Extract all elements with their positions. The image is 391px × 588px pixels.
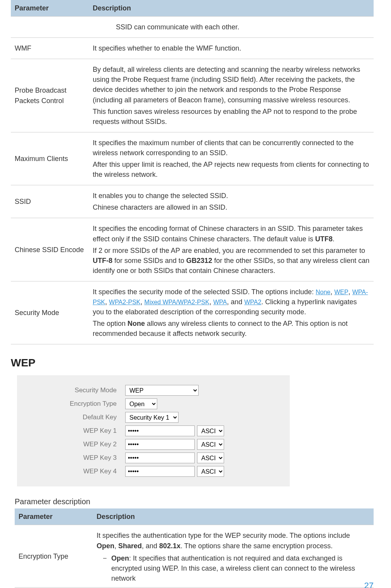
select-wep-key-3-type[interactable]: ASCII <box>197 452 224 463</box>
cell-param <box>11 17 89 38</box>
link-security-mixed[interactable]: Mixed WPA/WPA2-PSK <box>144 299 209 305</box>
input-wep-key-3[interactable] <box>125 452 195 463</box>
table-row: Chinese SSID Encode It specifies the enc… <box>11 218 374 281</box>
th-parameter-2: Parameter <box>15 508 93 525</box>
label-wep-key-2: WEP Key 2 <box>21 441 125 448</box>
cell-desc: It specifies the security mode of the se… <box>89 281 374 344</box>
dash-icon: − <box>103 553 111 563</box>
cell-param: WMF <box>11 38 89 59</box>
label-wep-key-4: WEP Key 4 <box>21 468 125 475</box>
link-security-none[interactable]: None <box>316 289 330 295</box>
cell-param: Maximum Clients <box>11 132 89 185</box>
table-row: SSID It enables you to change the select… <box>11 185 374 218</box>
cell-desc: It specifies whether to enable the WMF f… <box>89 38 374 59</box>
select-encryption-type[interactable]: Open <box>125 398 157 409</box>
parameter-table-1: Parameter Description SSID can communica… <box>11 0 374 344</box>
table-row: Maximum Clients It specifies the maximum… <box>11 132 374 185</box>
link-security-wpa2-psk[interactable]: WPA2-PSK <box>109 299 141 305</box>
wep-settings-panel: Security Mode WEP Encryption Type Open D… <box>17 375 290 486</box>
cell-param: Chinese SSID Encode <box>11 218 89 281</box>
page-number: 27 <box>364 581 374 588</box>
input-wep-key-2[interactable] <box>125 439 195 450</box>
table-row: Encryption Type It specifies the authent… <box>15 525 374 587</box>
label-wep-key-1: WEP Key 1 <box>21 427 125 435</box>
table-row: Probe Broadcast Packets Control By defau… <box>11 59 374 132</box>
select-wep-key-1-type[interactable]: ASCII <box>197 425 224 436</box>
select-security-mode[interactable]: WEP <box>125 385 199 396</box>
label-encryption-type: Encryption Type <box>21 400 125 408</box>
cell-param: Encryption Type <box>15 525 93 587</box>
link-security-wep[interactable]: WEP <box>334 289 348 295</box>
cell-param: Security Mode <box>11 281 89 344</box>
label-wep-key-3: WEP Key 3 <box>21 454 125 462</box>
link-security-wpa2[interactable]: WPA2 <box>244 299 261 305</box>
table-row: WMF It specifies whether to enable the W… <box>11 38 374 59</box>
link-security-wpa[interactable]: WPA <box>213 299 227 305</box>
subheading-param-desc: Parameter description <box>15 497 374 506</box>
cell-desc: It specifies the authentication type for… <box>93 525 374 587</box>
th-parameter: Parameter <box>11 0 89 17</box>
cell-desc: By default, all wireless clients are det… <box>89 59 374 132</box>
select-wep-key-2-type[interactable]: ASCII <box>197 439 224 450</box>
table-row: Security Mode It specifies the security … <box>11 281 374 344</box>
cell-desc: It specifies the maximum number of clien… <box>89 132 374 185</box>
input-wep-key-4[interactable] <box>125 466 195 477</box>
th-description-2: Description <box>93 508 374 525</box>
wep-heading: WEP <box>11 357 374 369</box>
label-security-mode: Security Mode <box>21 386 125 394</box>
cell-desc: It enables you to change the selected SS… <box>89 185 374 218</box>
cell-desc: SSID can communicate with each other. <box>89 17 374 38</box>
label-default-key: Default Key <box>21 413 125 421</box>
cell-param: SSID <box>11 185 89 218</box>
table-row: SSID can communicate with each other. <box>11 17 374 38</box>
select-default-key[interactable]: Security Key 1 <box>125 412 178 423</box>
input-wep-key-1[interactable] <box>125 425 195 436</box>
cell-param: Probe Broadcast Packets Control <box>11 59 89 132</box>
th-description: Description <box>89 0 374 17</box>
select-wep-key-4-type[interactable]: ASCII <box>197 466 224 477</box>
cell-desc: It specifies the encoding format of Chin… <box>89 218 374 281</box>
parameter-table-2: Parameter Description Encryption Type It… <box>15 508 374 588</box>
